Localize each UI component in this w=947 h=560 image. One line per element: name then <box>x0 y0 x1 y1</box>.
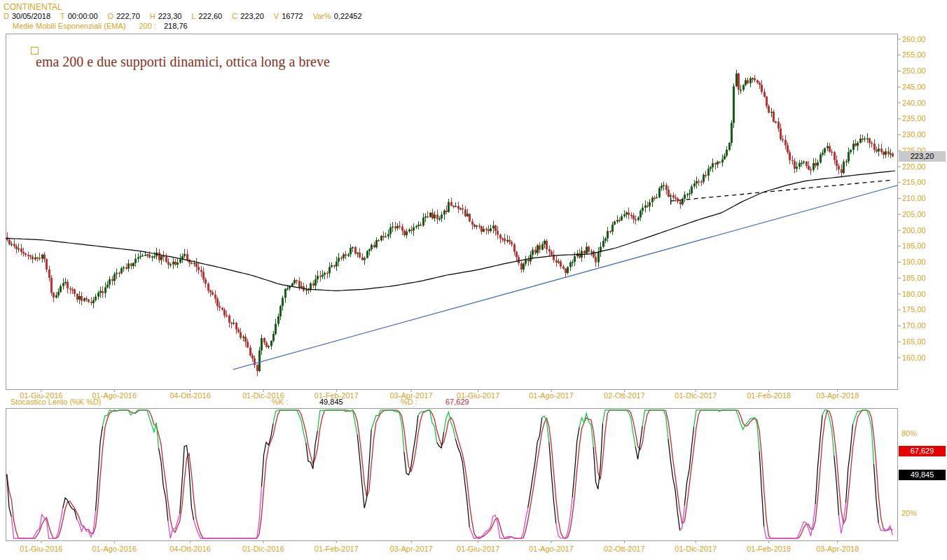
ohlc-field: C223,20 <box>232 12 264 20</box>
stoch-d-badge: 67,629 <box>899 446 946 456</box>
ohlc-field-label: O <box>108 12 114 20</box>
ohlc-field-label: Var% <box>313 12 331 20</box>
price-axis-label: 220,00 <box>902 162 926 171</box>
ohlc-field-value: 223,30 <box>158 12 182 20</box>
main-price-chart[interactable] <box>6 34 898 390</box>
price-axis-label: 185,00 <box>902 274 926 282</box>
date-axis-label: 01-Feb-2018 <box>745 391 794 400</box>
ohlc-field: O222,70 <box>108 12 140 20</box>
date-axis-label: 01-Dic-2017 <box>671 545 720 553</box>
ema-indicator-label: Medie Mobili Esponenziali (EMA) <box>13 22 125 30</box>
ohlc-row: D30/05/2018T00:00:00O222,70H223,30L222,6… <box>4 12 372 20</box>
ema-row: Medie Mobili Esponenziali (EMA) 200 : 21… <box>13 22 188 30</box>
ohlc-field: Var%0,22452 <box>313 12 362 20</box>
price-axis-label: 165,00 <box>902 337 926 346</box>
ohlc-field-value: 30/05/2018 <box>12 12 50 20</box>
date-axis-label: 03-Apr-2017 <box>387 391 436 400</box>
date-axis-label: 01-Giu-2016 <box>17 545 66 553</box>
annotation-text: ema 200 e due supporti dinamici, ottica … <box>36 54 330 70</box>
ohlc-field-label: V <box>274 12 279 20</box>
date-axis-label: 04-Ott-2016 <box>166 391 215 400</box>
stock-title: CONTINENTAL <box>4 2 62 12</box>
stochastic-chart[interactable] <box>6 408 898 541</box>
stoch-k-badge: 49,845 <box>899 470 946 480</box>
date-axis-label: 01-Giu-2016 <box>17 391 66 400</box>
price-axis-label: 260,00 <box>902 35 926 43</box>
date-axis-label: 01-Feb-2017 <box>312 391 361 400</box>
price-axis-label: 250,00 <box>902 66 926 75</box>
ema-period-label: 200 : <box>139 22 155 30</box>
price-axis-label: 195,00 <box>902 241 926 250</box>
price-axis-label: 200,00 <box>902 226 926 234</box>
date-axis-label: 01-Dic-2016 <box>239 391 288 400</box>
date-axis-label: 03-Apr-2017 <box>387 545 436 553</box>
date-axis-label: 01-Ago-2016 <box>90 545 139 553</box>
date-axis-label: 01-Dic-2016 <box>239 545 288 553</box>
ohlc-field-label: D <box>4 12 9 20</box>
price-axis-label: 180,00 <box>902 290 926 298</box>
date-axis-label: 01-Giu-2017 <box>454 545 503 553</box>
date-axis-label: 01-Giu-2017 <box>454 391 503 400</box>
price-axis-label: 175,00 <box>902 305 926 314</box>
stoch-upper-band-label: 80% <box>901 429 917 438</box>
ohlc-field-label: C <box>232 12 237 20</box>
ohlc-field-label: H <box>150 12 155 20</box>
date-axis-label: 02-Ott-2017 <box>600 391 649 400</box>
price-axis-label: 215,00 <box>902 178 926 186</box>
price-axis-label: 255,00 <box>902 50 926 59</box>
price-axis-label: 245,00 <box>902 83 926 91</box>
ohlc-field-value: 0,22452 <box>334 12 362 20</box>
date-axis-label: 01-Ago-2016 <box>90 391 139 400</box>
price-axis-label: 160,00 <box>902 354 926 362</box>
ohlc-field: D30/05/2018 <box>4 12 50 20</box>
last-price-badge: 223,20 <box>899 151 946 162</box>
price-axis-label: 240,00 <box>902 99 926 107</box>
price-axis-label: 205,00 <box>902 210 926 218</box>
date-axis-label: 01-Ago-2017 <box>527 545 576 553</box>
price-axis-label: 190,00 <box>902 258 926 266</box>
ohlc-field-value: 223,20 <box>240 12 264 20</box>
stoch-lower-band-label: 20% <box>901 509 917 517</box>
date-axis-label: 02-Ott-2017 <box>600 545 649 553</box>
ohlc-field-value: 222,60 <box>199 12 223 20</box>
date-axis-label: 04-Ott-2016 <box>166 545 215 553</box>
ohlc-field-value: 00:00:00 <box>68 12 98 20</box>
ohlc-field: V16772 <box>274 12 303 20</box>
price-axis-label: 230,00 <box>902 130 926 139</box>
price-axis-label: 210,00 <box>902 194 926 202</box>
date-axis-label: 01-Ago-2017 <box>527 391 576 400</box>
date-axis-label: 01-Dic-2017 <box>671 391 720 400</box>
price-axis-label: 170,00 <box>902 321 926 330</box>
date-axis-label: 03-Apr-2018 <box>813 391 862 400</box>
ohlc-field: H223,30 <box>150 12 182 20</box>
ohlc-field-label: T <box>60 12 65 20</box>
ohlc-field-value: 16772 <box>282 12 303 20</box>
date-axis-label: 03-Apr-2018 <box>813 545 862 553</box>
ohlc-field: L222,60 <box>191 12 222 20</box>
ema-value: 218,76 <box>164 22 188 30</box>
ohlc-field-label: L <box>191 12 195 20</box>
date-axis-label: 01-Feb-2017 <box>312 545 361 553</box>
ohlc-field: T00:00:00 <box>60 12 98 20</box>
ohlc-field-value: 222,70 <box>116 12 140 20</box>
date-axis-label: 01-Feb-2018 <box>745 545 794 553</box>
price-axis-label: 235,00 <box>902 114 926 122</box>
